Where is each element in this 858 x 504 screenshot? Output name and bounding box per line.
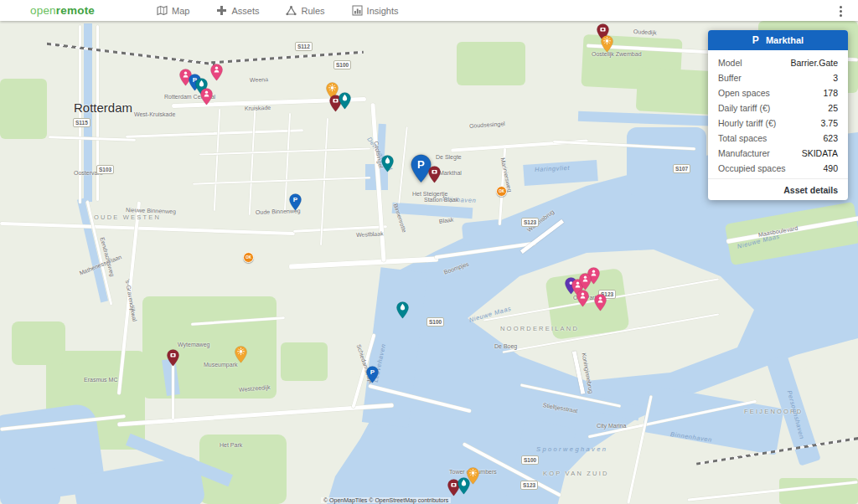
street-label: Erasmus MC: [84, 377, 117, 383]
district-label: KOP VAN ZUID: [543, 470, 609, 477]
map-road: [214, 109, 220, 211]
water-label: Spoorweghaven: [536, 445, 607, 453]
asset-attribute-row: ManufacturerSKIDATA: [708, 146, 848, 161]
attribute-label: Hourly tariff (€): [718, 118, 776, 128]
street-label: De Boeg: [494, 343, 517, 349]
street-label: Weena: [250, 76, 268, 83]
asset-pin-parking[interactable]: P: [289, 193, 302, 211]
asset-pin-people[interactable]: [579, 273, 592, 291]
asset-details-link[interactable]: Asset details: [708, 178, 848, 200]
attribute-label: Manufacturer: [718, 148, 770, 158]
asset-attribute-row: Total spaces623: [708, 131, 848, 146]
parking-icon: P: [752, 34, 759, 46]
map-water-shape: [627, 127, 706, 196]
attribute-value: 25: [828, 103, 838, 113]
asset-pin-camera[interactable]: [167, 349, 179, 367]
asset-attribute-row: Occupied spaces490: [708, 161, 848, 176]
attribute-value: 3: [833, 73, 838, 83]
map-road: [199, 147, 370, 155]
street-label: De Slegte: [436, 154, 462, 160]
tab-assets[interactable]: Assets: [203, 0, 272, 21]
overflow-menu-button[interactable]: [833, 3, 848, 19]
map-road: [49, 136, 136, 141]
tab-rules[interactable]: Rules: [272, 0, 338, 21]
street-label: Kruiskade: [245, 105, 271, 111]
attribute-label: Buffer: [718, 73, 742, 83]
tab-rules-label: Rules: [301, 6, 324, 16]
street-label: Museumpark: [204, 362, 237, 368]
road-shield: S123: [521, 218, 539, 227]
asset-attribute-row: ModelBarrier.Gate: [708, 55, 848, 70]
poi-badge: OK: [243, 252, 254, 263]
asset-pin-water[interactable]: [339, 92, 351, 110]
asset-pin-weather[interactable]: [601, 35, 613, 53]
road-shield: S115: [73, 118, 90, 127]
street-label: Markthal: [439, 170, 462, 176]
street-label: Station Blaak: [424, 197, 458, 203]
map-park-shape: [457, 42, 525, 85]
asset-attribute-row: Buffer3: [708, 70, 848, 85]
asset-info-card: P Markthal ModelBarrier.GateBuffer3Open …: [708, 30, 848, 200]
road-shield: S100: [426, 317, 444, 327]
map-road: [249, 110, 256, 215]
street-label: Goudsesingel: [469, 121, 505, 129]
asset-pin-water[interactable]: [381, 155, 394, 172]
svg-text:P: P: [292, 196, 297, 203]
street-label: West-Kruiskade: [134, 111, 175, 117]
logo-part-open: open: [30, 4, 56, 17]
svg-text:P: P: [417, 158, 425, 171]
attribute-value: 623: [823, 133, 838, 143]
road-shield: S107: [673, 164, 690, 173]
asset-pin-people[interactable]: [594, 294, 607, 311]
street-label: Blaak: [439, 217, 454, 224]
asset-pin-water[interactable]: [457, 477, 470, 495]
rules-icon: [286, 5, 297, 16]
tab-map[interactable]: Map: [143, 0, 203, 21]
map-water-shape: [462, 219, 504, 246]
asset-pin-people[interactable]: [576, 290, 589, 307]
asset-pin-people[interactable]: [210, 64, 223, 81]
map-water-shape: [0, 468, 60, 504]
map-park-shape: [281, 342, 328, 381]
attribute-value: 3.75: [821, 118, 838, 128]
district-label: OUDE WESTEN: [94, 213, 161, 221]
map-icon: [157, 5, 168, 16]
poi-badge: OK: [496, 186, 507, 197]
attribute-value: 178: [823, 88, 838, 98]
map-road: [398, 126, 408, 203]
asset-attribute-row: Open spaces178: [708, 85, 848, 100]
map-railway: [47, 43, 215, 66]
asset-pin-camera[interactable]: [428, 166, 441, 183]
openremote-logo: openremote: [30, 0, 95, 21]
map-road: [193, 177, 370, 184]
street-label: City Marina: [597, 423, 626, 429]
map-park-shape: [142, 296, 277, 399]
asset-pin-parking[interactable]: P: [366, 366, 379, 383]
attribute-label: Occupied spaces: [718, 163, 786, 173]
asset-pin-water[interactable]: [396, 301, 409, 319]
road-shield: S100: [333, 60, 351, 69]
tab-insights-label: Insights: [367, 6, 399, 16]
map-road: [0, 222, 295, 235]
asset-pin-weather[interactable]: [235, 346, 247, 363]
map-road: [126, 129, 303, 137]
assets-icon: [216, 5, 227, 16]
city-label: Rotterdam: [74, 100, 132, 115]
attribute-label: Open spaces: [718, 88, 770, 98]
map-park-shape: [0, 79, 47, 139]
map-road: [320, 118, 328, 245]
tab-assets-label: Assets: [231, 6, 259, 16]
asset-card-rows: ModelBarrier.GateBuffer3Open spaces178Da…: [708, 50, 848, 178]
asset-pin-people[interactable]: [200, 88, 213, 105]
district-label: NOORDEREILAND: [500, 325, 579, 332]
attribute-label: Model: [718, 58, 742, 68]
road-shield: S103: [96, 165, 114, 174]
attribute-label: Total spaces: [718, 133, 767, 143]
map-attribution: © OpenMapTiles © OpenStreetMap contribut…: [321, 497, 451, 503]
street-label: Oostelijk Zwembad: [592, 51, 642, 57]
asset-card-header: P Markthal: [708, 30, 848, 50]
tab-insights[interactable]: Insights: [339, 0, 412, 21]
street-label: Het Park: [220, 442, 242, 448]
insights-icon: [352, 5, 363, 16]
road-shield: S123: [520, 481, 538, 490]
